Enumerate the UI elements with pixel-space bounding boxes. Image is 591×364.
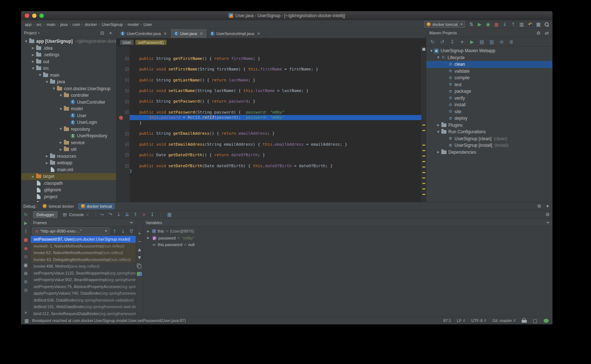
stack-frame[interactable]: invoke0:-1, NativeMethodAccessorImpl (su… (31, 243, 136, 250)
fold-icon[interactable]: − (125, 78, 128, 82)
expand-arrow-icon[interactable]: ▶ (30, 60, 36, 63)
editor-breadcrumb-item[interactable]: setPassword() (135, 40, 166, 45)
next-frame-icon[interactable]: ↓ (120, 229, 126, 234)
maven-tree-item[interactable]: ⚙verify (426, 95, 552, 102)
expand-arrow-icon[interactable]: ▶ (44, 161, 50, 165)
code-line[interactable] (116, 83, 421, 88)
variable-row[interactable]: ▶this={User@8876} (143, 228, 552, 235)
step-into-icon[interactable]: ↓ (116, 212, 121, 217)
code-line[interactable]: − public Date getDateOfBirth() { return … (116, 152, 421, 158)
stack-frame[interactable]: setPropertyValue:1132, BeanWrapperImpl (… (31, 270, 136, 277)
maven-tree-item[interactable]: ⚙clean (426, 61, 552, 68)
code-line[interactable] (116, 158, 421, 163)
expand-arrow-icon[interactable]: ▶ (146, 236, 150, 240)
fold-icon[interactable]: − (125, 89, 128, 92)
code-line[interactable]: − public String getLastName() { return l… (116, 77, 421, 83)
code-line[interactable] (116, 136, 421, 142)
rerun-icon[interactable]: ↻ (23, 212, 28, 217)
code-line[interactable] (116, 147, 421, 153)
expand-arrow-icon[interactable]: ▼ (429, 49, 434, 53)
vcs-update-icon[interactable]: ↓ (502, 22, 507, 27)
undo-icon[interactable]: ↶ (527, 22, 533, 27)
expand-arrow-icon[interactable]: ▼ (51, 87, 57, 90)
code-line[interactable]: } (116, 120, 421, 126)
more-icon[interactable]: » (23, 310, 28, 315)
minimize-button[interactable] (32, 14, 37, 18)
expand-arrow-icon[interactable]: ▼ (23, 40, 29, 43)
breadcrumb-item[interactable]: main (46, 22, 56, 27)
stack-frame[interactable]: setPropertyValue:902, BeanWrapperImpl (o… (31, 276, 136, 283)
maven-tree-item[interactable]: ▼Run Configurations (426, 129, 552, 135)
project-tree-item[interactable]: ▼app [UserSignup]~/git/registration-dock… (21, 38, 116, 45)
expand-arrow-icon[interactable]: ▶ (44, 154, 50, 158)
project-tree-item[interactable]: ▶util (21, 146, 116, 153)
project-tree-item[interactable]: ▼src (21, 65, 116, 72)
close-button[interactable] (25, 14, 29, 18)
close-tab-icon[interactable]: × (199, 31, 203, 36)
settings-icon[interactable]: ⚙ (537, 204, 542, 208)
step-over-icon[interactable]: ↷ (108, 212, 113, 217)
expand-arrow-icon[interactable]: ▼ (435, 130, 441, 134)
scroll-stripe[interactable] (421, 46, 426, 202)
hide-variables-icon[interactable]: ⇥ (545, 221, 550, 225)
run-maven-build-icon[interactable]: ▶ (469, 39, 475, 44)
encoding-selector[interactable]: UTF-8⇵ (471, 318, 487, 323)
filter-frames-icon[interactable]: ∇ (129, 229, 134, 234)
breadcrumb-item[interactable]: app (24, 22, 32, 27)
expand-arrow-icon[interactable]: ▶ (30, 53, 36, 57)
code-line[interactable]: − public String getPassword() { return p… (116, 99, 421, 104)
mute-breakpoints-icon[interactable]: ⊘ (23, 254, 28, 259)
git-branch-selector[interactable]: Git: master⇵ (492, 318, 516, 323)
expand-arrow-icon[interactable]: ▼ (30, 67, 36, 70)
fold-icon[interactable]: − (125, 68, 128, 71)
lock-indicator[interactable] (522, 318, 527, 323)
show-dependencies-icon[interactable]: ▥ (489, 39, 494, 44)
variable-row[interactable]: ▶ppassword="m0by" (143, 235, 552, 242)
project-tree-item[interactable]: IUserRepository (21, 133, 116, 139)
project-tree-item[interactable]: CUserController (21, 99, 116, 106)
expand-arrow-icon[interactable]: ▶ (58, 141, 64, 144)
code-line[interactable]: − public void setDateOfBirth(Date dateOf… (116, 163, 421, 169)
stop-icon[interactable]: ■ (494, 22, 499, 27)
fold-icon[interactable]: − (125, 153, 128, 157)
editor-breadcrumb-item[interactable]: User (120, 40, 134, 45)
project-tree-item[interactable]: .project (21, 194, 116, 200)
execute-maven-goal-icon[interactable]: ▤ (479, 39, 484, 44)
stack-frame[interactable]: applyPropertyValues:740, DataBinder (org… (31, 290, 136, 297)
toggle-offline-icon[interactable]: ⊘ (499, 39, 504, 44)
expand-arrow-icon[interactable]: ▶ (435, 123, 441, 127)
breadcrumb-item[interactable]: java (60, 22, 68, 27)
reimport-icon[interactable]: ↻ (430, 39, 435, 44)
expand-arrow-icon[interactable]: ▼ (58, 94, 64, 97)
zoom-button[interactable] (39, 14, 44, 18)
project-tree-item[interactable]: CUserLogin (21, 119, 116, 126)
move-watch-down-icon[interactable]: ▼ (137, 256, 142, 260)
inspections-icon[interactable]: ⇅ (469, 22, 474, 27)
fold-icon[interactable]: − (125, 164, 128, 168)
project-tree-item[interactable]: ▼model (21, 106, 116, 112)
maven-tree-item[interactable]: ▼↻Lifecycle (426, 54, 552, 61)
project-tree-item[interactable]: .classpath (21, 180, 116, 187)
breadcrumb-item[interactable]: docker (84, 22, 98, 27)
edit-watch-icon[interactable] (137, 272, 142, 276)
run-icon[interactable]: ▶ (477, 22, 482, 27)
breadcrumb-item[interactable]: User (143, 22, 153, 27)
maven-profiles-icon[interactable]: ≣ (509, 39, 514, 44)
drop-frame-icon[interactable]: × (141, 212, 146, 217)
diff-icon[interactable]: ▥ (519, 22, 524, 27)
code-line[interactable]: − public void setLastName(String lastNam… (116, 88, 421, 93)
stack-frame[interactable]: setPassword:87, User (com.docker.UserSig… (31, 236, 136, 243)
maven-settings-icon[interactable]: ⚙ (536, 31, 541, 35)
run-configuration-select[interactable]: docker tomcat ▼ (424, 21, 465, 28)
project-tree-item[interactable]: ▼controller (21, 92, 116, 99)
maven-tree-item[interactable]: ⚙UserSignup [install](install) (426, 142, 552, 149)
line-ending-selector[interactable]: LF⇵ (457, 318, 465, 323)
restore-layout-icon[interactable]: ⊞ (23, 271, 28, 276)
stack-frame[interactable]: setPropertyValues:75, AbstractPropertyAc… (31, 283, 136, 290)
maven-tree-item[interactable]: ⚙compile (426, 74, 552, 81)
generate-sources-icon[interactable]: ↺ (440, 39, 445, 44)
breadcrumb-item[interactable]: model (127, 22, 139, 27)
breakpoint-icon[interactable] (119, 116, 123, 120)
variable-row[interactable]: ∞this.password=null (143, 241, 552, 248)
expand-arrow-icon[interactable]: ▼ (44, 80, 50, 84)
